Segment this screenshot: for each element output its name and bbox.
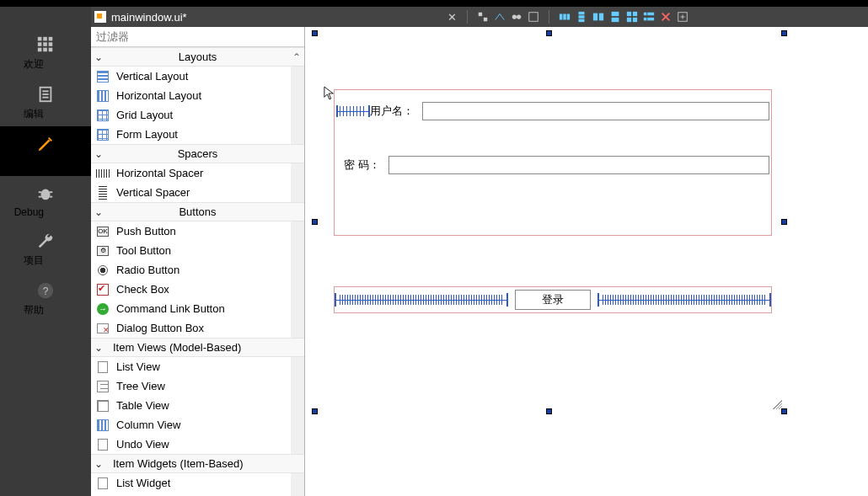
widget-check-box[interactable]: Check Box [91,280,304,299]
svg-rect-35 [627,12,631,16]
widget-horizontal-spacer[interactable]: Horizontal Spacer [91,163,304,183]
mode-project[interactable]: 项目 [0,223,91,273]
widget-tree-view[interactable]: Tree View [91,376,304,396]
layout-grid-icon[interactable] [625,10,639,24]
widget-horizontal-layout[interactable]: Horizontal Layout [91,86,304,105]
resize-handle-br[interactable] [781,408,787,414]
widget-label: Vertical Spacer [116,186,190,199]
resize-handle-tr[interactable] [781,30,787,36]
widget-undo-view[interactable]: Undo View [91,435,304,454]
layout-v-icon[interactable] [575,10,588,24]
resize-handle-tl[interactable] [312,30,318,36]
widget-list-view[interactable]: List View [91,357,304,376]
resize-handle-ml[interactable] [312,219,318,225]
mode-edit[interactable]: 编辑 [0,77,91,126]
chevron-down-icon: ⌄ [91,148,106,160]
mode-design[interactable]: 设计 [0,126,91,176]
resize-handle-mr[interactable] [781,219,787,225]
password-label[interactable]: 密 码： [336,157,380,173]
gridlayout-icon [94,108,111,123]
resize-handle-bm[interactable] [546,408,552,414]
svg-rect-37 [627,18,631,22]
resize-handle-bl[interactable] [312,408,318,414]
widget-list-widget[interactable]: List Widget [91,473,304,493]
mode-edit-label: 编辑 [0,107,44,121]
widget-dialog-button-box[interactable]: Dialog Button Box [91,318,304,338]
design-canvas[interactable]: 用户名： 密 码： 登录 [305,27,868,496]
signals-slots-icon[interactable] [493,10,506,24]
resize-handle-tm[interactable] [546,30,552,36]
treeview-icon [94,379,111,394]
widget-vertical-spacer[interactable]: Vertical Spacer [91,183,304,202]
mode-project-label: 项目 [0,253,44,268]
close-doc-icon[interactable]: ✕ [445,10,458,24]
group-itemviews-label: Item Views (Model-Based) [106,341,304,354]
grid-icon [36,35,55,54]
widget-tool-button[interactable]: ⚙Tool Button [91,241,304,260]
chevron-down-icon: ⌄ [91,206,106,218]
mode-debug[interactable]: Debug [0,176,91,223]
login-button[interactable]: 登录 [515,290,591,310]
svg-point-22 [512,14,517,19]
widget-label: Tree View [116,380,165,392]
svg-rect-39 [644,13,647,16]
widget-filter-input[interactable] [96,29,299,45]
widget-label: Horizontal Layout [116,89,201,102]
collapse-up-icon[interactable]: ⌃ [292,51,301,63]
widget-label: Undo View [116,438,169,451]
mode-welcome[interactable]: 欢迎 [0,27,91,77]
widget-form-layout[interactable]: Form Layout [91,125,304,144]
tab-order-icon[interactable] [527,10,540,24]
widget-label: Push Button [116,225,176,237]
central-widget[interactable]: 用户名： 密 码： 登录 [315,34,784,411]
username-input[interactable] [422,102,769,120]
form-layout[interactable]: 用户名： 密 码： [334,89,772,236]
horizontal-spacer-left[interactable] [335,293,508,307]
username-label[interactable]: 用户名： [370,104,414,119]
widget-filter[interactable] [91,27,304,47]
widgetbox-scrollbar[interactable] [291,47,304,496]
group-itemwidgets-header[interactable]: ⌄ Item Widgets (Item-Based) [91,454,304,473]
document-title[interactable]: mainwindow.ui* [111,11,187,24]
layout-hsplit-icon[interactable] [592,10,605,24]
svg-rect-30 [579,19,585,23]
pencil-icon [36,135,55,153]
password-input[interactable] [388,156,769,174]
widget-command-link[interactable]: →Command Link Button [91,299,304,318]
widget-table-view[interactable]: Table View [91,396,304,415]
ui-file-icon [94,11,106,23]
widget-box: ⌄ Layouts ⌃ Vertical Layout Horizontal L… [91,27,305,496]
adjust-size-icon[interactable] [676,10,689,24]
listwidget-icon [94,476,111,491]
mode-welcome-label: 欢迎 [0,57,44,72]
svg-rect-21 [484,18,487,21]
size-grip-icon[interactable] [770,397,782,409]
group-buttons-label: Buttons [106,205,304,218]
horizontal-spacer-right[interactable] [597,293,771,307]
widget-label: Radio Button [116,264,179,276]
radio-icon [94,263,111,278]
widget-push-button[interactable]: OKPush Button [91,221,304,241]
group-buttons-header[interactable]: ⌄ Buttons [91,202,304,221]
group-layouts-header[interactable]: ⌄ Layouts ⌃ [91,47,304,67]
button-layout[interactable]: 登录 [334,286,772,313]
edit-widgets-icon[interactable] [476,10,490,24]
mode-help[interactable]: ? 帮助 [0,273,91,323]
widget-label: Form Layout [116,128,178,141]
group-itemviews-header[interactable]: ⌄ Item Views (Model-Based) [91,338,304,357]
svg-rect-38 [633,18,637,22]
group-spacers-header[interactable]: ⌄ Spacers [91,144,304,163]
vlayout-icon [94,69,111,84]
widget-column-view[interactable]: Column View [91,415,304,435]
buddies-icon[interactable] [510,10,523,24]
widget-radio-button[interactable]: Radio Button [91,260,304,280]
widget-grid-layout[interactable]: Grid Layout [91,105,304,125]
svg-rect-0 [38,37,42,41]
break-layout-icon[interactable] [659,10,672,24]
layout-h-icon[interactable] [558,10,571,24]
horizontal-spacer[interactable] [336,105,370,117]
layout-vsplit-icon[interactable] [608,10,622,24]
listview-icon [94,360,111,375]
layout-form-icon[interactable] [642,10,656,24]
widget-vertical-layout[interactable]: Vertical Layout [91,67,304,86]
